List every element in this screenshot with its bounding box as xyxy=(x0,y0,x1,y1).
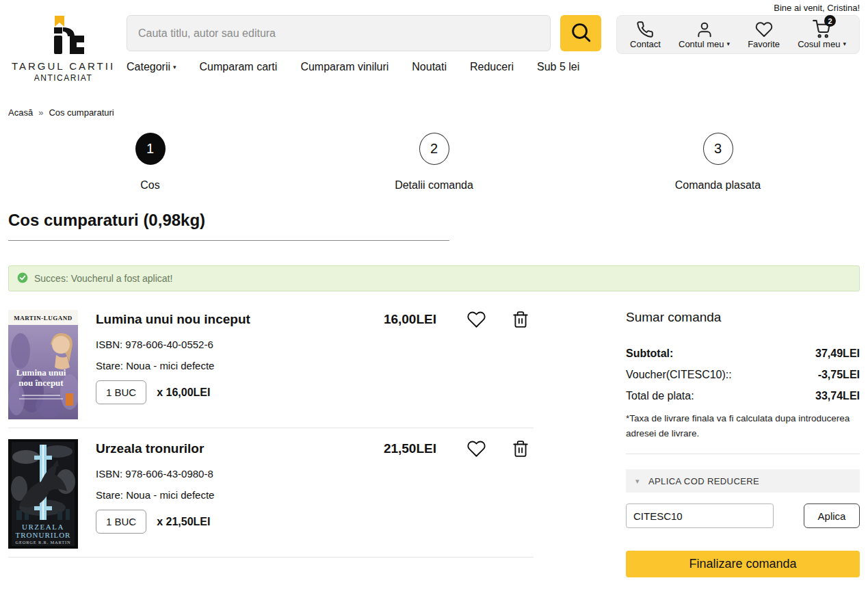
account-menu[interactable]: Contul meu ▾ xyxy=(679,21,730,49)
logo-subtitle: ANTICARIAT xyxy=(0,73,127,83)
svg-text:nou început: nou început xyxy=(18,378,64,388)
cart-page: Bine ai venit, Cristina! TARGUL CARTII A… xyxy=(0,0,868,602)
total-label: Total de plata: xyxy=(626,390,694,402)
remove-item-button[interactable] xyxy=(512,439,529,458)
logo-title: TARGUL CARTII xyxy=(0,60,127,72)
book-cover-urzeala[interactable]: URZEALA TRONURILOR GEORGE R.R. MARTIN xyxy=(8,439,78,549)
item-title[interactable]: Urzeala tronurilor xyxy=(96,439,384,456)
summary-row-voucher: Voucher(CITESC10):: -3,75LEI xyxy=(626,369,860,381)
cart-count-badge: 2 xyxy=(824,15,836,27)
chevron-down-icon: ▾ xyxy=(173,64,176,70)
success-check-icon xyxy=(17,272,28,285)
checkout-button[interactable]: Finalizare comanda xyxy=(626,551,860,577)
breadcrumb: Acasă » Cos cumparaturi xyxy=(8,107,868,118)
header: TARGUL CARTII ANTICARIAT Categorii ▾ xyxy=(0,0,868,83)
step-3-circle: 3 xyxy=(703,133,733,165)
item-price: 21,50LEI xyxy=(384,439,436,456)
trash-icon xyxy=(512,321,529,331)
favorites-label: Favorite xyxy=(748,39,780,49)
heart-icon xyxy=(466,321,486,331)
shipping-note: *Taxa de livrare finala va fi calculata … xyxy=(626,411,860,441)
step-comanda-plasata: 3 Comanda plasata xyxy=(576,133,860,192)
nav-categorii[interactable]: Categorii ▾ xyxy=(127,61,176,73)
cart-items-list: MARTIN-LUGAND Lumina unui nou început Lu… xyxy=(8,291,534,577)
total-value: 33,74LEI xyxy=(815,390,860,402)
book-cover-image-1: MARTIN-LUGAND Lumina unui nou început xyxy=(8,310,78,419)
search-input[interactable] xyxy=(127,15,551,51)
user-icon xyxy=(696,21,713,38)
cart-item: MARTIN-LUGAND Lumina unui nou început Lu… xyxy=(8,291,534,428)
svg-text:Lumina unui: Lumina unui xyxy=(16,367,66,378)
quantity-selector[interactable]: 1 BUC xyxy=(96,380,146,404)
logo-monogram-icon xyxy=(42,45,85,57)
step-detalii-comanda: 2 Detalii comanda xyxy=(292,133,576,192)
summary-divider xyxy=(626,454,860,454)
cart-item: URZEALA TRONURILOR GEORGE R.R. MARTIN Ur… xyxy=(8,428,534,558)
nav-cumparam-carti[interactable]: Cumparam carti xyxy=(200,61,278,73)
nav-noutati[interactable]: Noutati xyxy=(412,61,447,73)
chevron-down-icon: ▾ xyxy=(635,477,640,485)
trash-icon xyxy=(512,450,529,460)
nav-reduceri[interactable]: Reduceri xyxy=(470,61,514,73)
summary-row-total: Total de plata: 33,74LEI xyxy=(626,390,860,402)
step-1-label: Cos xyxy=(140,179,159,192)
page-title: Cos cumparaturi (0,98kg) xyxy=(8,211,868,230)
success-alert: Succes: Voucherul a fost aplicat! xyxy=(8,265,860,291)
svg-text:URZEALA: URZEALA xyxy=(22,523,64,531)
subtotal-value: 37,49LEI xyxy=(815,348,860,360)
order-summary: Sumar comanda Subtotal: 37,49LEI Voucher… xyxy=(626,291,860,577)
chevron-down-icon: ▾ xyxy=(726,41,730,47)
item-isbn: ISBN: 978-606-43-0980-8 xyxy=(96,468,534,480)
title-divider xyxy=(8,240,449,241)
item-price: 16,00LEI xyxy=(384,310,436,327)
summary-row-subtotal: Subtotal: 37,49LEI xyxy=(626,348,860,360)
heart-icon xyxy=(466,450,486,460)
cart-item-info: Urzeala tronurilor 21,50LEI xyxy=(96,439,534,549)
item-unit-price: x 21,50LEI xyxy=(157,516,210,528)
svg-text:GEORGE R.R. MARTIN: GEORGE R.R. MARTIN xyxy=(15,540,70,545)
favorites-button[interactable]: Favorite xyxy=(748,21,780,49)
subtotal-label: Subtotal: xyxy=(626,348,673,360)
phone-icon xyxy=(636,21,654,38)
voucher-header-label: APLICA COD REDUCERE xyxy=(648,476,759,486)
cart-menu[interactable]: 2 Cosul meu ▾ xyxy=(798,20,846,49)
chevron-down-icon: ▾ xyxy=(843,41,846,47)
breadcrumb-home[interactable]: Acasă xyxy=(8,107,33,118)
book-cover-lumina[interactable]: MARTIN-LUGAND Lumina unui nou început xyxy=(8,310,78,419)
nav-sub-5-lei[interactable]: Sub 5 lei xyxy=(537,61,579,73)
svg-text:MARTIN-LUGAND: MARTIN-LUGAND xyxy=(14,315,73,322)
voucher-code-input[interactable] xyxy=(626,503,774,528)
step-2-circle: 2 xyxy=(419,133,449,165)
step-cos: 1 Cos xyxy=(8,133,292,192)
search-icon xyxy=(569,21,592,46)
voucher-accordion-header[interactable]: ▾ APLICA COD REDUCERE xyxy=(626,469,860,493)
cart-label: Cosul meu xyxy=(798,39,840,49)
quantity-selector[interactable]: 1 BUC xyxy=(96,510,146,534)
step-1-circle: 1 xyxy=(135,133,166,165)
contact-label: Contact xyxy=(630,39,661,49)
cart-icon: 2 xyxy=(813,20,831,38)
breadcrumb-current: Cos cumparaturi xyxy=(49,107,114,118)
step-2-label: Detalii comanda xyxy=(395,179,473,192)
voucher-label: Voucher(CITESC10):: xyxy=(626,369,732,381)
site-logo[interactable]: TARGUL CARTII ANTICARIAT xyxy=(0,15,127,83)
add-to-favorites-button[interactable] xyxy=(466,310,486,329)
nav-cumparam-viniluri[interactable]: Cumparam viniluri xyxy=(300,61,389,73)
nav-label: Categorii xyxy=(127,61,170,73)
heart-icon xyxy=(755,21,773,38)
welcome-message: Bine ai venit, Cristina! xyxy=(774,3,860,13)
apply-voucher-button[interactable]: Aplica xyxy=(804,503,860,528)
add-to-favorites-button[interactable] xyxy=(466,439,486,458)
remove-item-button[interactable] xyxy=(512,310,529,329)
breadcrumb-separator: » xyxy=(38,107,43,118)
checkout-steps: 1 Cos 2 Detalii comanda 3 Comanda plasat… xyxy=(0,133,868,192)
item-title[interactable]: Lumina unui nou inceput xyxy=(96,310,384,327)
search-button[interactable] xyxy=(560,15,601,51)
step-3-label: Comanda plasata xyxy=(675,179,761,192)
account-label: Contul meu xyxy=(679,39,724,49)
item-isbn: ISBN: 978-606-40-0552-6 xyxy=(96,339,534,350)
item-condition: Stare: Noua - mici defecte xyxy=(96,489,534,501)
voucher-value: -3,75LEI xyxy=(818,369,860,381)
header-actions: Contact Contul meu ▾ xyxy=(616,15,860,54)
contact-button[interactable]: Contact xyxy=(630,21,661,49)
